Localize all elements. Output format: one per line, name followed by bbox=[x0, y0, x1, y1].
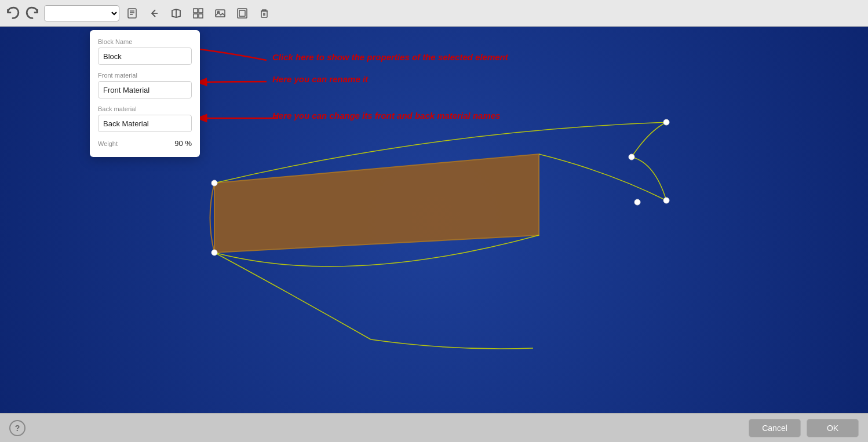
svg-point-23 bbox=[663, 198, 669, 203]
back-button[interactable] bbox=[145, 5, 163, 21]
forward-button[interactable] bbox=[167, 5, 185, 21]
cancel-button[interactable]: Cancel bbox=[749, 419, 801, 437]
svg-rect-0 bbox=[128, 9, 136, 18]
image-button[interactable] bbox=[211, 5, 229, 21]
svg-point-20 bbox=[211, 250, 217, 255]
svg-point-21 bbox=[663, 119, 669, 125]
svg-rect-7 bbox=[199, 9, 203, 13]
svg-point-22 bbox=[629, 154, 634, 160]
frame-button[interactable] bbox=[233, 5, 251, 21]
redo-button[interactable] bbox=[24, 5, 41, 21]
svg-rect-10 bbox=[216, 10, 225, 17]
ok-button[interactable]: OK bbox=[807, 419, 859, 437]
toolbar: Block bbox=[0, 0, 868, 27]
block-name-label: Block Name bbox=[98, 38, 192, 45]
grid-button[interactable] bbox=[189, 5, 207, 21]
svg-point-24 bbox=[634, 199, 640, 205]
weight-value: 90 % bbox=[174, 139, 192, 148]
properties-panel: Block Name Front material Back material … bbox=[90, 30, 200, 157]
block-name-input[interactable] bbox=[98, 48, 192, 65]
svg-rect-8 bbox=[194, 14, 198, 18]
front-material-label: Front material bbox=[98, 72, 192, 79]
svg-rect-6 bbox=[194, 9, 198, 13]
bottom-actions: Cancel OK bbox=[749, 419, 859, 437]
svg-rect-14 bbox=[261, 11, 267, 17]
weight-label: Weight bbox=[98, 140, 118, 147]
back-material-label: Back material bbox=[98, 105, 192, 112]
delete-button[interactable] bbox=[255, 5, 273, 21]
block-select[interactable]: Block bbox=[44, 5, 119, 21]
svg-rect-13 bbox=[239, 10, 245, 16]
front-material-input[interactable] bbox=[98, 81, 192, 98]
main-canvas-area[interactable]: Click here to show the properties of the… bbox=[0, 27, 868, 413]
svg-point-19 bbox=[211, 180, 217, 186]
undo-button[interactable] bbox=[5, 5, 21, 21]
back-material-input[interactable] bbox=[98, 115, 192, 132]
properties-button[interactable] bbox=[123, 5, 141, 21]
bottom-bar: ? Cancel OK bbox=[0, 413, 868, 442]
help-button[interactable]: ? bbox=[9, 420, 25, 436]
svg-rect-9 bbox=[199, 14, 203, 18]
